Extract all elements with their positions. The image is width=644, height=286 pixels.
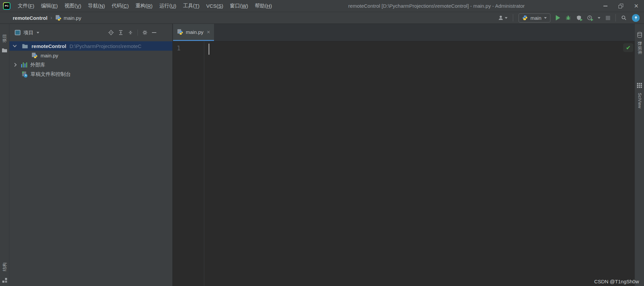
tree-row-project-root[interactable]: remoteControl D:\PycharmProjections\remo… (9, 41, 172, 51)
toolbar-separator (138, 30, 138, 36)
editor-gutter: 1 (173, 41, 204, 286)
settings-gear-icon[interactable] (142, 30, 148, 35)
tool-window-switcher-icon[interactable] (2, 278, 7, 283)
update-notification-button[interactable] (632, 14, 640, 22)
menu-edit[interactable]: 编辑(E) (38, 0, 61, 12)
sciview-stripe-label: SciView (637, 93, 642, 108)
pycharm-logo-icon: PC (3, 2, 10, 10)
run-configuration-select[interactable]: main (519, 13, 550, 22)
toolbar-separator (615, 14, 616, 21)
project-panel-title[interactable]: 项目 (23, 30, 34, 36)
locate-file-button[interactable] (108, 30, 114, 35)
arrow-up-icon (634, 16, 638, 20)
menu-code[interactable]: 代码(C) (108, 0, 132, 12)
restore-icon (619, 4, 623, 8)
folder-icon (22, 43, 28, 49)
database-icon (637, 32, 642, 38)
project-tool-window-button[interactable]: 项目 (0, 31, 9, 53)
menu-refactor[interactable]: 重构(R) (132, 0, 156, 12)
toolbar-right: main (498, 13, 640, 22)
tree-row-main-py[interactable]: main.py (9, 51, 172, 60)
project-tree: remoteControl D:\PycharmProjections\remo… (9, 41, 172, 286)
tab-main-py[interactable]: main.py × (173, 24, 214, 41)
editor-area: main.py × 1 ✔ (172, 24, 635, 286)
database-tool-window-button[interactable]: 数据库 (635, 32, 644, 57)
window-controls: × (598, 0, 644, 12)
minimize-button[interactable] (598, 0, 613, 12)
scratches-icon (21, 72, 28, 77)
check-icon: ✔ (626, 44, 631, 51)
title-bar: PC 文件(F) 编辑(E) 视图(V) 导航(N) 代码(C) 重构(R) 运… (0, 0, 644, 12)
left-tool-stripe: 项目 结构 (0, 24, 9, 286)
close-button[interactable]: × (629, 0, 644, 12)
run-with-coverage-button[interactable] (576, 15, 582, 20)
hide-panel-button[interactable] (152, 32, 156, 33)
minimize-icon (603, 6, 607, 6)
stop-button[interactable] (606, 16, 610, 20)
project-view-icon (15, 30, 20, 35)
toolbar-separator (513, 14, 513, 21)
menu-bar: 文件(F) 编辑(E) 视图(V) 导航(N) 代码(C) 重构(R) 运行(U… (14, 0, 275, 12)
search-everywhere-button[interactable] (621, 15, 627, 20)
more-run-options-button[interactable] (598, 17, 600, 19)
structure-tool-window-button[interactable]: 结构 (0, 260, 9, 283)
workspace: 项目 结构 项目 remoteCon (0, 24, 644, 286)
project-stripe-label: 项目 (2, 34, 8, 43)
menu-tools[interactable]: 工具(T) (180, 0, 203, 12)
inspection-status-widget[interactable]: ✔ (623, 43, 633, 52)
chevron-down-icon (505, 17, 507, 19)
run-button[interactable] (556, 15, 560, 20)
csdn-watermark: CSDN @T1ngSh0w (594, 279, 639, 284)
sciview-tool-window-button[interactable]: SciView (635, 83, 644, 111)
folder-icon (2, 48, 7, 53)
grid-icon (637, 83, 642, 88)
project-panel-toolbar (108, 30, 156, 36)
navigation-bar: remoteControl › main.py main (0, 12, 644, 24)
python-icon (522, 15, 528, 20)
chevron-right-icon[interactable] (13, 63, 16, 66)
python-file-icon (32, 53, 38, 58)
tree-row-scratches[interactable]: 草稿文件和控制台 (9, 69, 172, 79)
window-title: remoteControl [D:\PycharmProjections\rem… (275, 3, 598, 9)
chevron-down-icon[interactable] (37, 32, 39, 34)
debug-button[interactable] (566, 15, 571, 20)
user-menu-button[interactable] (498, 15, 507, 20)
menu-help[interactable]: 帮助(H) (252, 0, 275, 12)
tree-libraries-name: 外部库 (30, 62, 45, 68)
code-editor[interactable]: 1 ✔ (173, 41, 635, 286)
menu-vcs[interactable]: VCS(S) (203, 0, 227, 12)
menu-view[interactable]: 视图(V) (61, 0, 85, 12)
tree-row-external-libraries[interactable]: 外部库 (9, 60, 172, 69)
mini-play-icon (580, 18, 583, 21)
chevron-down-icon[interactable] (13, 43, 16, 47)
python-file-icon (177, 29, 183, 35)
python-file-icon (55, 15, 61, 20)
profiler-button[interactable] (587, 15, 592, 20)
tree-root-name: remoteControl (32, 43, 66, 49)
menu-navigate[interactable]: 导航(N) (85, 0, 108, 12)
tab-close-button[interactable]: × (207, 29, 210, 35)
user-icon (498, 15, 503, 20)
menu-window[interactable]: 窗口(W) (227, 0, 252, 12)
breadcrumb-project[interactable]: remoteControl (13, 15, 47, 21)
breadcrumb-separator-icon: › (50, 15, 52, 21)
editor-tab-bar: main.py × (173, 24, 635, 41)
expand-all-button[interactable] (118, 30, 123, 35)
database-stripe-label: 数据库 (637, 42, 643, 55)
restore-button[interactable] (613, 0, 629, 12)
structure-stripe-label: 结构 (2, 263, 8, 271)
menu-file[interactable]: 文件(F) (14, 0, 38, 12)
line-number: 1 (177, 44, 180, 52)
tab-label: main.py (186, 29, 204, 35)
chevron-down-icon (544, 17, 547, 19)
tree-file-name: main.py (41, 53, 58, 58)
project-panel: 项目 remoteControl D:\PycharmProjections\r… (9, 24, 172, 286)
mini-play-icon (591, 18, 593, 21)
menu-run[interactable]: 运行(U) (156, 0, 180, 12)
project-panel-header: 项目 (9, 24, 172, 41)
collapse-all-button[interactable] (128, 30, 133, 35)
breadcrumb-file[interactable]: main.py (64, 15, 82, 21)
text-caret (209, 44, 209, 55)
tree-root-path: D:\PycharmProjections\remoteC (69, 43, 141, 49)
external-libraries-icon (21, 62, 27, 67)
